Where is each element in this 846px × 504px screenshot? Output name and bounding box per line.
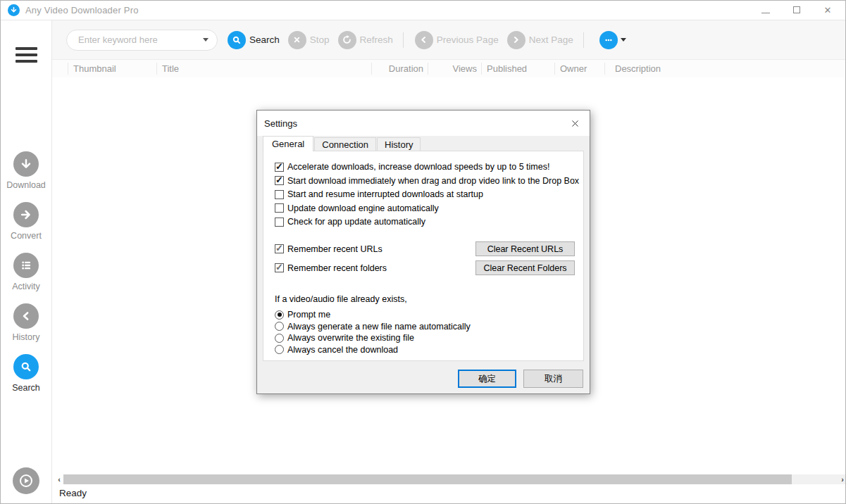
sidebar-item-label: History (13, 332, 40, 342)
column-header-duration[interactable]: Duration (372, 63, 428, 75)
radio-icon (275, 322, 284, 331)
dialog-titlebar: Settings (257, 111, 590, 136)
play-icon (13, 467, 39, 494)
checkbox-accelerate-downloads[interactable]: Accelerate downloads, increase download … (275, 161, 583, 172)
radio-icon (275, 345, 284, 354)
minimize-button[interactable] (761, 5, 771, 15)
stop-x-icon (288, 31, 306, 49)
general-tab-panel: Accelerate downloads, increase download … (263, 151, 584, 361)
clear-recent-urls-button[interactable]: Clear Recent URLs (475, 241, 575, 256)
column-header-views[interactable]: Views (428, 63, 482, 75)
sidebar-item-label: Search (12, 383, 40, 393)
tab-connection[interactable]: Connection (314, 137, 376, 151)
radio-prompt-me[interactable]: Prompt me (275, 309, 583, 321)
horizontal-scrollbar: ‹ › (52, 474, 845, 485)
more-menu-button[interactable] (599, 31, 626, 49)
player-button[interactable] (13, 467, 39, 494)
app-title: Any Video Downloader Pro (25, 5, 139, 15)
column-header-spacer (52, 63, 68, 75)
column-header-description[interactable]: Description (605, 63, 845, 75)
clear-recent-folders-button[interactable]: Clear Recent Folders (475, 260, 575, 275)
window-controls: ✕ (761, 5, 838, 15)
checkbox-update-engine[interactable]: Update download engine automatically (275, 203, 583, 214)
maximize-button[interactable] (792, 5, 802, 15)
refresh-button[interactable]: Refresh (338, 31, 393, 49)
keyword-input[interactable] (78, 34, 203, 45)
remember-urls-row: Remember recent URLs Clear Recent URLs (275, 241, 583, 256)
column-header-thumbnail[interactable]: Thumbnail (68, 63, 157, 75)
close-button[interactable]: ✕ (823, 5, 833, 15)
checkbox-remember-urls[interactable]: Remember recent URLs (275, 244, 382, 254)
dialog-tabs: General Connection History (257, 136, 590, 151)
dialog-close-button[interactable] (567, 115, 583, 131)
sidebar-item-label: Download (6, 180, 46, 190)
chevron-left-icon (415, 31, 433, 49)
app-window: Any Video Downloader Pro ✕ Download (0, 0, 846, 504)
column-header-title[interactable]: Title (157, 63, 372, 75)
app-logo-icon (8, 4, 20, 16)
download-icon (13, 151, 39, 177)
ok-button[interactable]: 确定 (458, 370, 516, 388)
file-exists-label: If a video/audio file already exists, (275, 294, 583, 305)
tab-general[interactable]: General (263, 136, 313, 151)
keyword-input-wrap (66, 30, 218, 51)
sidebar-item-label: Activity (12, 282, 40, 291)
settings-dialog: Settings General Connection History Acce… (256, 110, 590, 394)
remember-folders-row: Remember recent folders Clear Recent Fol… (275, 260, 583, 275)
previous-page-button[interactable]: Previous Page (415, 31, 499, 49)
column-header-published[interactable]: Published (482, 63, 555, 75)
status-text: Ready (59, 488, 87, 498)
scroll-right-arrow[interactable]: › (841, 474, 844, 484)
stop-button[interactable]: Stop (288, 31, 330, 49)
status-bar: Ready (52, 485, 845, 503)
chevron-right-icon (507, 31, 525, 49)
hamburger-menu-icon[interactable] (15, 47, 37, 66)
titlebar: Any Video Downloader Pro ✕ (1, 1, 845, 20)
radio-generate-new-name[interactable]: Always generate a new file name automati… (275, 321, 583, 333)
activity-list-icon (13, 253, 39, 278)
convert-icon (13, 202, 39, 227)
sidebar-item-download[interactable]: Download (1, 151, 51, 202)
search-icon (13, 354, 39, 379)
sidebar-item-search[interactable]: Search (1, 354, 51, 405)
sidebar-item-history[interactable]: History (1, 303, 51, 354)
radio-icon (275, 334, 284, 343)
radio-overwrite-existing[interactable]: Always overwrite the existing file (275, 332, 583, 344)
checkbox-resume-interrupted[interactable]: Start and resume interrupted downloads a… (275, 189, 583, 200)
scrollbar-track[interactable]: › (63, 474, 845, 484)
ellipsis-icon (599, 31, 618, 49)
checkbox-icon (275, 263, 284, 272)
cancel-button[interactable]: 取消 (523, 370, 583, 388)
keyword-dropdown-icon[interactable] (203, 38, 209, 42)
radio-icon (275, 310, 284, 320)
checkbox-icon (275, 190, 284, 199)
search-icon (228, 31, 246, 49)
next-page-button[interactable]: Next Page (507, 31, 573, 49)
history-back-icon (13, 303, 39, 329)
column-header-owner[interactable]: Owner (555, 63, 605, 75)
checkbox-icon (275, 176, 284, 185)
checkbox-icon (275, 163, 284, 172)
checkbox-remember-folders[interactable]: Remember recent folders (275, 263, 387, 273)
dialog-title: Settings (264, 118, 297, 129)
refresh-icon (338, 31, 356, 49)
sidebar-nav: Download Convert Activity (1, 151, 51, 405)
dialog-footer: 确定 取消 (257, 361, 590, 393)
sidebar: Download Convert Activity (1, 20, 52, 503)
sidebar-item-convert[interactable]: Convert (1, 202, 51, 253)
sidebar-item-activity[interactable]: Activity (1, 253, 51, 303)
scrollbar-thumb[interactable] (63, 474, 792, 484)
checkbox-start-download-immediately[interactable]: Start download immediately when drag and… (275, 175, 583, 187)
toolbar-separator (583, 32, 584, 48)
checkbox-icon (275, 218, 284, 227)
checkbox-check-app-update[interactable]: Check for app update automatically (275, 216, 583, 227)
search-button[interactable]: Search (228, 31, 280, 49)
radio-cancel-download[interactable]: Always cancel the download (275, 344, 583, 356)
scroll-left-arrow[interactable]: ‹ (55, 474, 63, 484)
checkbox-icon (275, 203, 284, 213)
tab-history[interactable]: History (377, 137, 421, 151)
toolbar-separator (403, 32, 404, 48)
checkbox-icon (275, 244, 284, 253)
toolbar: Search Stop Refresh (52, 20, 845, 59)
chevron-down-icon (621, 38, 626, 42)
